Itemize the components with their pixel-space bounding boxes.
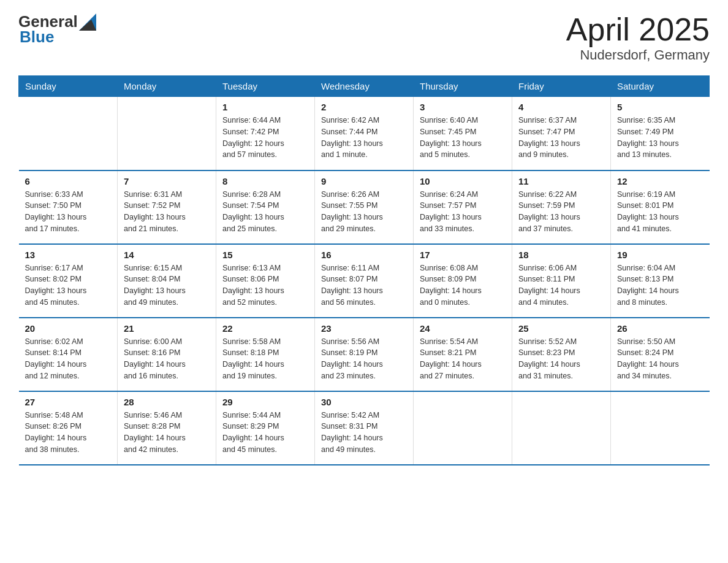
calendar-cell: 30Sunrise: 5:42 AM Sunset: 8:31 PM Dayli…: [315, 391, 414, 465]
calendar-cell: [512, 391, 611, 465]
calendar-cell: 6Sunrise: 6:33 AM Sunset: 7:50 PM Daylig…: [19, 170, 118, 244]
calendar-cell: 23Sunrise: 5:56 AM Sunset: 8:19 PM Dayli…: [315, 318, 414, 391]
day-info: Sunrise: 6:40 AM Sunset: 7:45 PM Dayligh…: [420, 115, 506, 161]
day-number: 22: [222, 323, 308, 334]
day-number: 3: [420, 102, 506, 112]
day-info: Sunrise: 6:24 AM Sunset: 7:57 PM Dayligh…: [420, 189, 506, 235]
calendar-cell: 12Sunrise: 6:19 AM Sunset: 8:01 PM Dayli…: [611, 170, 710, 244]
day-info: Sunrise: 6:08 AM Sunset: 8:09 PM Dayligh…: [420, 262, 506, 308]
week-row-1: 1Sunrise: 6:44 AM Sunset: 7:42 PM Daylig…: [19, 97, 710, 170]
calendar-cell: 16Sunrise: 6:11 AM Sunset: 8:07 PM Dayli…: [315, 244, 414, 318]
calendar-title: April 2025: [566, 12, 710, 47]
calendar-cell: [414, 391, 512, 465]
calendar-cell: 24Sunrise: 5:54 AM Sunset: 8:21 PM Dayli…: [414, 318, 512, 391]
day-number: 8: [222, 176, 308, 186]
day-info: Sunrise: 6:00 AM Sunset: 8:16 PM Dayligh…: [124, 336, 210, 382]
day-number: 21: [124, 323, 210, 334]
weekday-header-wednesday: Wednesday: [315, 76, 414, 97]
day-number: 5: [617, 102, 703, 112]
week-row-4: 20Sunrise: 6:02 AM Sunset: 8:14 PM Dayli…: [19, 318, 710, 391]
day-info: Sunrise: 6:15 AM Sunset: 8:04 PM Dayligh…: [124, 262, 210, 308]
day-info: Sunrise: 6:35 AM Sunset: 7:49 PM Dayligh…: [617, 115, 703, 161]
calendar-cell: 20Sunrise: 6:02 AM Sunset: 8:14 PM Dayli…: [19, 318, 118, 391]
day-number: 23: [321, 323, 407, 334]
calendar-cell: 21Sunrise: 6:00 AM Sunset: 8:16 PM Dayli…: [118, 318, 216, 391]
day-number: 25: [518, 323, 604, 334]
day-number: 17: [420, 250, 506, 260]
logo-blue-text: Blue: [20, 28, 54, 47]
day-info: Sunrise: 6:04 AM Sunset: 8:13 PM Dayligh…: [617, 262, 703, 308]
page-header: General Blue April 2025 Nudersdorf, Germ…: [18, 12, 710, 63]
calendar-cell: [118, 97, 216, 170]
calendar-cell: 2Sunrise: 6:42 AM Sunset: 7:44 PM Daylig…: [315, 97, 414, 170]
day-info: Sunrise: 5:54 AM Sunset: 8:21 PM Dayligh…: [420, 336, 506, 382]
calendar-cell: 28Sunrise: 5:46 AM Sunset: 8:28 PM Dayli…: [118, 391, 216, 465]
logo-icon: [79, 13, 96, 31]
day-number: 29: [222, 397, 308, 407]
day-info: Sunrise: 6:17 AM Sunset: 8:02 PM Dayligh…: [25, 262, 112, 308]
day-number: 18: [518, 250, 604, 260]
day-info: Sunrise: 6:19 AM Sunset: 8:01 PM Dayligh…: [617, 189, 703, 235]
logo: General Blue: [18, 12, 96, 47]
day-info: Sunrise: 5:48 AM Sunset: 8:26 PM Dayligh…: [25, 410, 112, 456]
day-number: 4: [518, 102, 604, 112]
day-number: 26: [617, 323, 703, 334]
calendar-cell: 13Sunrise: 6:17 AM Sunset: 8:02 PM Dayli…: [19, 244, 118, 318]
day-number: 20: [25, 323, 112, 334]
calendar-cell: 18Sunrise: 6:06 AM Sunset: 8:11 PM Dayli…: [512, 244, 611, 318]
calendar-cell: 9Sunrise: 6:26 AM Sunset: 7:55 PM Daylig…: [315, 170, 414, 244]
calendar-cell: 27Sunrise: 5:48 AM Sunset: 8:26 PM Dayli…: [19, 391, 118, 465]
calendar-cell: 5Sunrise: 6:35 AM Sunset: 7:49 PM Daylig…: [611, 97, 710, 170]
calendar-cell: 26Sunrise: 5:50 AM Sunset: 8:24 PM Dayli…: [611, 318, 710, 391]
calendar-cell: 22Sunrise: 5:58 AM Sunset: 8:18 PM Dayli…: [216, 318, 315, 391]
weekday-header-friday: Friday: [512, 76, 611, 97]
day-info: Sunrise: 5:52 AM Sunset: 8:23 PM Dayligh…: [518, 336, 604, 382]
day-info: Sunrise: 6:02 AM Sunset: 8:14 PM Dayligh…: [25, 336, 112, 382]
day-info: Sunrise: 5:58 AM Sunset: 8:18 PM Dayligh…: [222, 336, 308, 382]
calendar-subtitle: Nudersdorf, Germany: [566, 47, 710, 63]
day-number: 27: [25, 397, 112, 407]
weekday-header-row: SundayMondayTuesdayWednesdayThursdayFrid…: [19, 76, 710, 97]
day-info: Sunrise: 6:28 AM Sunset: 7:54 PM Dayligh…: [222, 189, 308, 235]
calendar-cell: 1Sunrise: 6:44 AM Sunset: 7:42 PM Daylig…: [216, 97, 315, 170]
day-number: 15: [222, 250, 308, 260]
day-number: 11: [518, 176, 604, 186]
day-number: 16: [321, 250, 407, 260]
day-number: 30: [321, 397, 407, 407]
week-row-5: 27Sunrise: 5:48 AM Sunset: 8:26 PM Dayli…: [19, 391, 710, 465]
day-info: Sunrise: 6:31 AM Sunset: 7:52 PM Dayligh…: [124, 189, 210, 235]
day-number: 19: [617, 250, 703, 260]
day-number: 7: [124, 176, 210, 186]
day-number: 24: [420, 323, 506, 334]
day-info: Sunrise: 5:56 AM Sunset: 8:19 PM Dayligh…: [321, 336, 407, 382]
calendar-cell: 15Sunrise: 6:13 AM Sunset: 8:06 PM Dayli…: [216, 244, 315, 318]
calendar-cell: 25Sunrise: 5:52 AM Sunset: 8:23 PM Dayli…: [512, 318, 611, 391]
day-info: Sunrise: 6:33 AM Sunset: 7:50 PM Dayligh…: [25, 189, 112, 235]
day-number: 10: [420, 176, 506, 186]
day-number: 14: [124, 250, 210, 260]
day-number: 1: [222, 102, 308, 112]
weekday-header-monday: Monday: [118, 76, 216, 97]
calendar-cell: 8Sunrise: 6:28 AM Sunset: 7:54 PM Daylig…: [216, 170, 315, 244]
day-info: Sunrise: 6:37 AM Sunset: 7:47 PM Dayligh…: [518, 115, 604, 161]
day-number: 6: [25, 176, 112, 186]
day-number: 9: [321, 176, 407, 186]
week-row-2: 6Sunrise: 6:33 AM Sunset: 7:50 PM Daylig…: [19, 170, 710, 244]
day-info: Sunrise: 6:06 AM Sunset: 8:11 PM Dayligh…: [518, 262, 604, 308]
day-info: Sunrise: 5:44 AM Sunset: 8:29 PM Dayligh…: [222, 410, 308, 456]
calendar-cell: 11Sunrise: 6:22 AM Sunset: 7:59 PM Dayli…: [512, 170, 611, 244]
day-info: Sunrise: 6:44 AM Sunset: 7:42 PM Dayligh…: [222, 115, 308, 161]
day-number: 12: [617, 176, 703, 186]
calendar-cell: 29Sunrise: 5:44 AM Sunset: 8:29 PM Dayli…: [216, 391, 315, 465]
weekday-header-sunday: Sunday: [19, 76, 118, 97]
weekday-header-tuesday: Tuesday: [216, 76, 315, 97]
calendar-cell: 7Sunrise: 6:31 AM Sunset: 7:52 PM Daylig…: [118, 170, 216, 244]
title-block: April 2025 Nudersdorf, Germany: [566, 12, 710, 63]
day-info: Sunrise: 5:50 AM Sunset: 8:24 PM Dayligh…: [617, 336, 703, 382]
calendar-cell: [611, 391, 710, 465]
calendar-table: SundayMondayTuesdayWednesdayThursdayFrid…: [18, 75, 710, 465]
day-info: Sunrise: 6:13 AM Sunset: 8:06 PM Dayligh…: [222, 262, 308, 308]
day-number: 2: [321, 102, 407, 112]
day-info: Sunrise: 5:46 AM Sunset: 8:28 PM Dayligh…: [124, 410, 210, 456]
day-number: 13: [25, 250, 112, 260]
